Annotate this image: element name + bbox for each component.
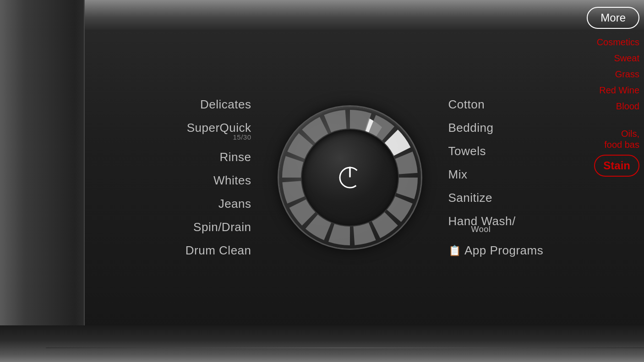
menu-item-spin-drain[interactable]: Spin/Drain: [193, 216, 251, 239]
menu-item-whites[interactable]: Whites: [213, 169, 251, 192]
dial-knob[interactable]: [279, 107, 421, 249]
right-menu: Cotton Bedding Towels Mix Sanitize Hand …: [448, 93, 544, 262]
menu-item-cotton[interactable]: Cotton: [448, 93, 485, 116]
stain-item-cosmetics[interactable]: Cosmetics: [568, 34, 639, 50]
menu-item-delicates[interactable]: Delicates: [200, 93, 251, 116]
left-edge: [0, 0, 85, 362]
stain-item-red-wine[interactable]: Red Wine: [568, 82, 639, 98]
bottom-strip: [0, 325, 644, 362]
menu-item-bedding[interactable]: Bedding: [448, 116, 494, 140]
menu-item-jeans[interactable]: Jeans: [218, 192, 251, 216]
menu-item-handwash[interactable]: Hand Wash/ Wool: [448, 210, 516, 239]
menu-item-rinse[interactable]: Rinse: [220, 146, 251, 169]
stain-button[interactable]: Stain: [594, 155, 639, 177]
top-strip: [0, 0, 644, 30]
dial-inner: [302, 130, 398, 226]
stain-item-sweat[interactable]: Sweat: [568, 50, 639, 66]
menu-item-superquick[interactable]: SuperQuick 15/30: [187, 116, 251, 146]
menu-item-app-programs[interactable]: 📋 App Programs: [448, 239, 544, 262]
content-area: Delicates SuperQuick 15/30 Rinse Whites …: [85, 30, 644, 325]
stain-item-oils[interactable]: Oils, food bas: [568, 114, 639, 153]
stain-item-blood[interactable]: Blood: [568, 98, 639, 114]
menu-item-mix[interactable]: Mix: [448, 163, 468, 186]
app-programs-icon: 📋: [448, 245, 461, 257]
dial-outer-ring: [279, 107, 421, 249]
right-stain-panel: More Cosmetics Sweat Grass Red Wine Bloo…: [564, 0, 644, 362]
more-button[interactable]: More: [587, 7, 639, 29]
menu-item-sanitize[interactable]: Sanitize: [448, 186, 493, 210]
appliance-panel: Delicates SuperQuick 15/30 Rinse Whites …: [0, 0, 644, 362]
left-menu: Delicates SuperQuick 15/30 Rinse Whites …: [186, 93, 251, 262]
menu-item-towels[interactable]: Towels: [448, 140, 486, 163]
power-icon: [336, 164, 364, 191]
stain-item-grass[interactable]: Grass: [568, 66, 639, 82]
menu-item-drum-clean[interactable]: Drum Clean: [186, 239, 251, 262]
